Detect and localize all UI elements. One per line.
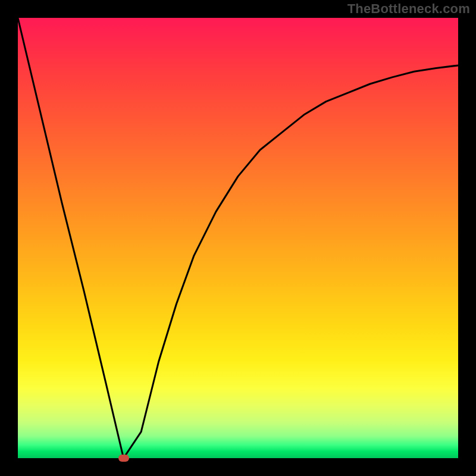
optimum-marker (118, 455, 129, 462)
watermark-text: TheBottleneck.com (347, 1, 470, 17)
chart-frame: TheBottleneck.com (0, 0, 476, 476)
bottleneck-curve (18, 18, 458, 458)
plot-area (18, 18, 458, 458)
